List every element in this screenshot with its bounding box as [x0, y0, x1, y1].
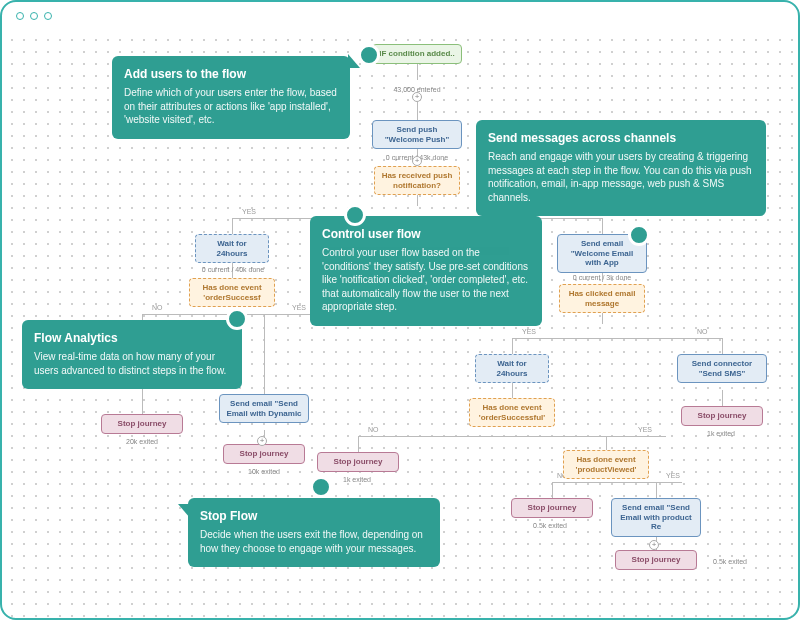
node-label: Stop journey [698, 411, 747, 420]
window-control-dot[interactable] [44, 12, 52, 20]
node-wait-24h-right[interactable]: Wait for 24hours [475, 354, 549, 383]
node-stop-pv-no[interactable]: Stop journey [511, 498, 593, 518]
callout-marker-icon [344, 204, 366, 226]
flow-canvas[interactable]: YES NO NO YES YES NO NO YES NO YES IF co… [2, 30, 798, 618]
edge [722, 338, 723, 354]
node-label: Stop journey [632, 555, 681, 564]
add-step-icon[interactable]: + [412, 156, 422, 166]
edge [264, 314, 265, 394]
node-product-viewed[interactable]: Has done event 'productViewed' [563, 450, 649, 479]
edge [512, 338, 722, 339]
callout-flow-analytics: Flow Analytics View real-time data on ho… [22, 320, 242, 389]
edge [552, 482, 553, 498]
callout-title: Stop Flow [200, 508, 428, 524]
callout-body: Decide when the users exit the flow, dep… [200, 528, 428, 555]
edge-label-yes: YES [522, 328, 536, 335]
node-label: Send push "Welcome Push" [385, 125, 449, 144]
callout-body: Control your user flow based on the 'con… [322, 246, 530, 314]
edge-label-yes: YES [242, 208, 256, 215]
edge-label-no: NO [368, 426, 379, 433]
callout-title: Control user flow [322, 226, 530, 242]
edge [512, 382, 513, 398]
callout-title: Send messages across channels [488, 130, 754, 146]
callout-tail [178, 504, 190, 518]
node-stat: 20k exited [112, 434, 172, 450]
callout-body: Reach and engage with your users by crea… [488, 150, 754, 204]
node-send-email-dynamic[interactable]: Send email "Send Email with Dynamic [219, 394, 309, 423]
node-send-sms[interactable]: Send connector "Send SMS" [677, 354, 767, 383]
app-window: YES NO NO YES YES NO NO YES NO YES IF co… [0, 0, 800, 620]
node-order-success-right[interactable]: Has done event 'orderSuccessful' [469, 398, 555, 427]
node-label: Stop journey [334, 457, 383, 466]
node-wait-24h-left[interactable]: Wait for 24hours [195, 234, 269, 263]
node-stop-final[interactable]: Stop journey [615, 550, 697, 570]
edge [512, 338, 513, 354]
node-label: IF condition added.. [379, 49, 455, 58]
node-label: Wait for 24hours [496, 359, 527, 378]
edge [602, 218, 603, 234]
edge-label-no: NO [152, 304, 163, 311]
callout-marker-icon [358, 44, 380, 66]
node-label: Send email "Welcome Email with App [571, 239, 633, 267]
node-order-success-left[interactable]: Has done event 'orderSuccessf [189, 278, 275, 307]
node-label: Has done event 'productViewed' [576, 455, 637, 474]
node-stop-sms[interactable]: Stop journey [681, 406, 763, 426]
edge-label-yes: YES [666, 472, 680, 479]
node-label: Has done event 'orderSuccessful' [479, 403, 546, 422]
callout-body: Define which of your users enter the flo… [124, 86, 338, 127]
edge [552, 482, 682, 483]
node-label: Has clicked email message [569, 289, 636, 308]
edge [722, 390, 723, 406]
node-label: Has received push notification? [382, 171, 453, 190]
callout-title: Add users to the flow [124, 66, 338, 82]
node-label: Send email "Send Email with product Re [620, 503, 692, 531]
node-has-clicked-email[interactable]: Has clicked email message [559, 284, 645, 313]
node-label: Stop journey [528, 503, 577, 512]
node-label: Stop journey [240, 449, 289, 458]
edge [417, 102, 418, 120]
node-stat: 1k exited [331, 472, 383, 488]
edge [358, 436, 666, 437]
callout-title: Flow Analytics [34, 330, 230, 346]
node-stat: 0.5k exited [702, 554, 758, 570]
callout-marker-icon [310, 476, 332, 498]
node-label: Stop journey [118, 419, 167, 428]
node-stop-mid[interactable]: Stop journey [317, 452, 399, 472]
node-has-received-push[interactable]: Has received push notification? [374, 166, 460, 195]
node-stat: 0 current / 40k done [194, 262, 272, 278]
add-step-icon[interactable]: + [412, 92, 422, 102]
node-label: Send connector "Send SMS" [692, 359, 752, 378]
edge [232, 218, 233, 234]
node-send-push[interactable]: Send push "Welcome Push" [372, 120, 462, 149]
edge-label-yes: YES [638, 426, 652, 433]
edge [358, 436, 359, 452]
callout-control-flow: Control user flow Control your user flow… [310, 216, 542, 326]
callout-send-messages: Send messages across channels Reach and … [476, 120, 766, 216]
edge-label-yes: YES [292, 304, 306, 311]
node-label: Has done event 'orderSuccessf [202, 283, 261, 302]
callout-add-users: Add users to the flow Define which of yo… [112, 56, 350, 139]
callout-marker-icon [226, 308, 248, 330]
window-control-dot[interactable] [16, 12, 24, 20]
window-control-dot[interactable] [30, 12, 38, 20]
node-stat: 1k exited [695, 426, 747, 442]
node-stop-left[interactable]: Stop journey [101, 414, 183, 434]
callout-marker-icon [628, 224, 650, 246]
node-stat: 0.5k exited [522, 518, 578, 534]
node-label: Send email "Send Email with Dynamic [226, 399, 301, 418]
node-label: Wait for 24hours [216, 239, 247, 258]
window-titlebar [2, 2, 798, 30]
edge [656, 482, 657, 498]
callout-body: View real-time data on how many of your … [34, 350, 230, 377]
callout-stop-flow: Stop Flow Decide when the users exit the… [188, 498, 440, 567]
node-if-condition[interactable]: IF condition added.. [372, 44, 462, 64]
edge-label-no: NO [697, 328, 708, 335]
node-send-email-product[interactable]: Send email "Send Email with product Re [611, 498, 701, 537]
node-stop-left2[interactable]: Stop journey [223, 444, 305, 464]
add-step-icon[interactable]: + [257, 436, 267, 446]
node-stat: 10k exited [234, 464, 294, 480]
edge [417, 194, 418, 206]
add-step-icon[interactable]: + [649, 540, 659, 550]
